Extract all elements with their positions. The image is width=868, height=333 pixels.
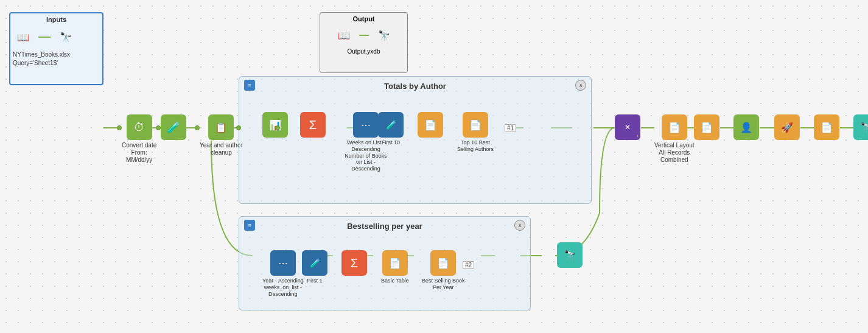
totals-sigma-icon[interactable]: Σ [300, 112, 326, 138]
best-sort-icon[interactable]: ⋯ [270, 250, 296, 276]
input-read-icon[interactable]: 📖 [13, 27, 33, 47]
totals-first-label: First 10 [382, 139, 400, 146]
totals-group: ≡ Totals by Author ∧ 📊 Σ ⋯ Weeks on List… [239, 76, 592, 204]
right-browse-icon[interactable]: 🔭 [853, 114, 868, 140]
totals-table-icon[interactable]: 📄 [463, 112, 488, 138]
totals-sample-node: 🧪 First 10 [378, 112, 404, 146]
output-read-icon[interactable]: 📖 [334, 25, 354, 46]
port2 [156, 125, 161, 130]
vertical-layout-icon[interactable]: 📄 [662, 114, 687, 140]
inputs-container: Inputs 📖 🔭 NYTimes_Books.xlsx Query='She… [9, 12, 103, 85]
bestselling-group: ≡ Bestselling per year ∧ ⋯ Year - Ascend… [239, 216, 531, 310]
best-summarize-node: Σ [341, 250, 367, 276]
bestselling-group-icon: ≡ [244, 220, 255, 231]
bestselling-group-title: Bestselling per year [347, 222, 422, 231]
badge-number1: #1 [505, 124, 516, 132]
convert-date-icon[interactable]: ⏱ [127, 114, 152, 140]
input-filename: NYTimes_Books.xlsx [13, 51, 100, 59]
datetime-icon[interactable]: 🧪 [161, 114, 186, 140]
best-report-icon[interactable]: 📄 [430, 250, 456, 276]
right-icon4[interactable]: 📄 [814, 114, 839, 140]
totals-group-title: Totals by Author [384, 82, 446, 91]
best-table-icon[interactable]: 📄 [382, 250, 408, 276]
right-node2: 👤 [733, 114, 759, 140]
best-table-node: 📄 Basic Table [381, 250, 409, 284]
totals-group-icon: ≡ [244, 80, 255, 91]
output-browse-icon[interactable]: 🔭 [374, 25, 394, 46]
union-node: ✕ + [615, 114, 640, 140]
totals-select-node: 📊 [262, 112, 288, 138]
year-author-label: Year and authorcleanup [200, 142, 243, 156]
best-sort-node: ⋯ Year - Ascendingweeks_on_list -Descend… [262, 250, 304, 297]
vertical-layout-node: 📄 Vertical LayoutAll RecordsCombined [654, 114, 695, 164]
right-icon2[interactable]: 👤 [733, 114, 759, 140]
input-query: Query='Sheet1$' [13, 59, 100, 68]
output-title: Output [323, 15, 405, 23]
best-table-label: Basic Table [381, 278, 409, 284]
totals-collapse-btn[interactable]: ∧ [575, 80, 586, 91]
year-author-icon[interactable]: 📋 [208, 114, 234, 140]
badge-number2: #2 [463, 261, 474, 269]
right-browse-node: 🔭 [853, 114, 868, 140]
totals-sample-icon[interactable]: 🧪 [378, 112, 404, 138]
union-icon[interactable]: ✕ + [615, 114, 640, 140]
right-icon1[interactable]: 📄 [694, 114, 719, 140]
vertical-layout-label: Vertical LayoutAll RecordsCombined [654, 142, 695, 164]
totals-summarize-node: Σ [300, 112, 326, 138]
right-node1: 📄 [694, 114, 719, 140]
port4 [236, 125, 241, 130]
totals-report-icon[interactable]: 📄 [418, 112, 443, 138]
totals-table-node: 📄 Top 10 BestSelling Authors [457, 112, 494, 153]
best-report-node: 📄 Best Selling BookPer Year [422, 250, 465, 291]
input-browse-icon[interactable]: 🔭 [55, 27, 76, 47]
output-container: Output 📖 🔭 Output.yxdb [320, 12, 408, 73]
output-filename: Output.yxdb [323, 48, 405, 55]
right-icon3[interactable]: 🚀 [774, 114, 800, 140]
totals-top10-label: Top 10 BestSelling Authors [457, 139, 494, 153]
best-browse-icon[interactable]: 🔭 [557, 242, 583, 268]
best-sample-icon[interactable]: 🧪 [302, 250, 327, 276]
right-node3: 🚀 [774, 114, 800, 140]
port5 [275, 125, 280, 130]
best-sample-node: 🧪 First 1 [302, 250, 327, 284]
bestselling-collapse-btn[interactable]: ∧ [514, 220, 525, 231]
best-report-label: Best Selling BookPer Year [422, 278, 465, 291]
best-browse-node: 🔭 [557, 242, 583, 268]
port1 [117, 125, 122, 130]
right-node4: 📄 [814, 114, 839, 140]
convert-date-node: ⏱ Convert dateFrom:MM/dd/yy [122, 114, 156, 164]
year-author-node: 📋 Year and authorcleanup [200, 114, 243, 156]
totals-select-icon[interactable]: 📊 [262, 112, 288, 138]
inputs-title: Inputs [13, 16, 100, 23]
totals-sort-icon[interactable]: ⋯ [353, 112, 379, 138]
best-sigma-icon[interactable]: Σ [341, 250, 367, 276]
datetime-node: 🧪 [161, 114, 186, 140]
port3 [195, 125, 200, 130]
convert-date-label: Convert dateFrom:MM/dd/yy [122, 142, 156, 164]
totals-report-node: 📄 [418, 112, 443, 138]
best-sort-label: Year - Ascendingweeks_on_list -Descendin… [262, 278, 304, 297]
best-first-label: First 1 [307, 278, 322, 284]
